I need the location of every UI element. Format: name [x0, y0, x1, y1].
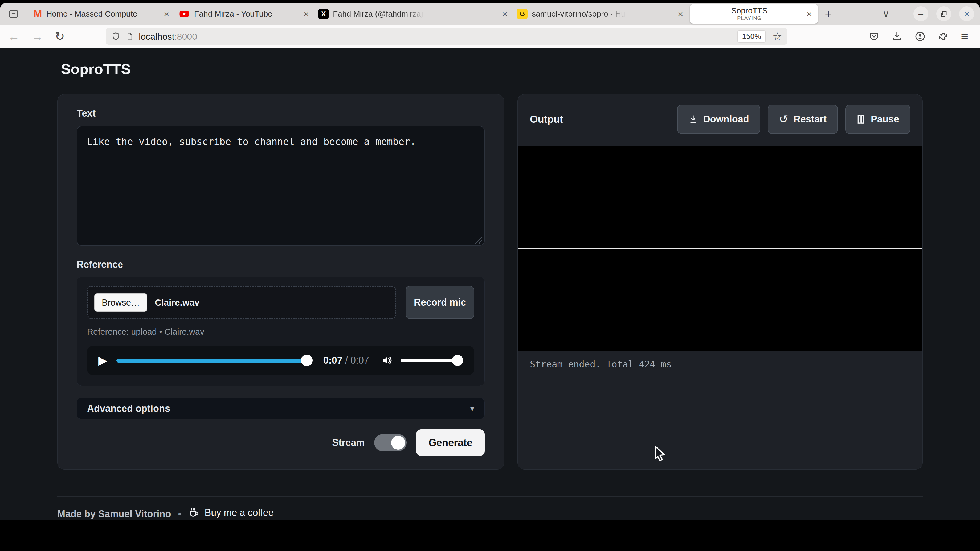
firefox-view-button[interactable] [6, 6, 21, 22]
hamburger-menu-icon[interactable]: ≡ [961, 30, 968, 43]
file-dropzone[interactable]: Browse… Claire.wav [87, 286, 396, 319]
stream-toggle[interactable] [374, 434, 407, 451]
tab-close-icon[interactable]: × [160, 9, 169, 18]
waveform-canvas [518, 146, 923, 351]
text-input[interactable]: Like the video, subscribe to channel and… [77, 126, 485, 246]
seek-slider[interactable] [116, 354, 313, 367]
page-title: SoproTTS [61, 48, 923, 77]
text-section-label: Text [77, 108, 485, 119]
x-icon: X [318, 9, 329, 19]
tab-label-group: SoproTTS PLAYING [696, 6, 803, 22]
firefox-view-icon [8, 8, 19, 20]
back-icon[interactable]: ← [8, 30, 20, 42]
soprotts-page: SoproTTS Text Like the video, subscribe … [0, 48, 980, 520]
play-icon[interactable]: ▶ [98, 354, 107, 366]
download-label: Download [703, 114, 749, 125]
tab-close-icon[interactable]: × [498, 9, 508, 18]
page-footer: Made by Samuel Vitorino • Buy me a coffe… [57, 496, 923, 520]
extensions-puzzle-icon[interactable] [938, 31, 948, 42]
tab-massed-compute[interactable]: M Home - Massed Compute × [29, 5, 174, 22]
massed-compute-icon: M [33, 9, 42, 19]
volume-thumb[interactable] [452, 355, 463, 366]
volume-slider[interactable] [401, 355, 463, 366]
input-card: Text Like the video, subscribe to channe… [57, 94, 504, 470]
time-display: 0:07 / 0:07 [323, 355, 369, 366]
new-tab-button[interactable]: + [825, 8, 832, 20]
tab-x-fahdmirza[interactable]: X Fahd Mirza (@fahdmirza) × [314, 5, 512, 22]
tab-close-icon[interactable]: × [674, 9, 683, 18]
zoom-level-badge[interactable]: 150% [737, 30, 765, 43]
account-icon[interactable] [915, 31, 926, 42]
tab-list-chevron-icon[interactable]: ∨ [883, 8, 889, 19]
navigation-toolbar: ← → ↻ localhost:8000 150% ☆ [0, 25, 980, 48]
restart-icon: ↺ [779, 114, 788, 125]
tab-close-icon[interactable]: × [300, 9, 309, 18]
restart-label: Restart [794, 114, 827, 125]
tab-playing-badge: PLAYING [737, 15, 762, 21]
tab-huggingface-sopro[interactable]: samuel-vitorino/sopro · Hu × [512, 5, 688, 22]
tab-separator [24, 8, 24, 19]
text-area-wrapper: Like the video, subscribe to channel and… [77, 126, 485, 247]
pause-button[interactable]: Pause [845, 105, 910, 134]
stream-toggle-knob [391, 436, 405, 449]
download-icon [688, 114, 698, 124]
huggingface-icon [517, 8, 528, 19]
shield-icon [111, 32, 121, 41]
tab-title: Fahd Mirza (@fahdmirza) [333, 9, 424, 18]
url-host: localhost [139, 32, 174, 41]
url-bar[interactable]: localhost:8000 150% ☆ [106, 28, 788, 45]
download-button[interactable]: Download [677, 105, 760, 134]
forward-icon[interactable]: → [32, 30, 43, 42]
tab-title: Fahd Mirza - YouTube [194, 9, 272, 18]
window-minimize-button[interactable]: – [913, 6, 928, 21]
advanced-options-label: Advanced options [87, 403, 170, 414]
output-header: Output Download ↺ Restart [518, 105, 923, 134]
page-content: SoproTTS Text Like the video, subscribe … [57, 48, 923, 520]
made-by-text: Made by Samuel Vitorino [57, 508, 171, 519]
pocket-icon[interactable] [869, 31, 879, 42]
maximize-icon [940, 10, 947, 17]
svg-text:X: X [321, 10, 326, 17]
audio-player: ▶ 0:07 / 0:07 [87, 346, 474, 375]
selected-filename: Claire.wav [155, 297, 199, 308]
tab-close-icon[interactable]: × [803, 9, 812, 18]
window-maximize-button[interactable] [936, 6, 951, 21]
tab-youtube[interactable]: Fahd Mirza - YouTube × [174, 5, 314, 22]
buy-me-a-coffee-link[interactable]: Buy me a coffee [188, 507, 274, 520]
coffee-cup-icon [188, 507, 200, 519]
generate-button[interactable]: Generate [416, 429, 485, 456]
reload-icon[interactable]: ↻ [55, 30, 65, 42]
seek-thumb[interactable] [301, 354, 313, 366]
reference-caption: Reference: upload • Claire.wav [87, 327, 474, 337]
reference-card: Browse… Claire.wav Record mic Reference:… [77, 276, 485, 386]
time-separator: / [342, 355, 350, 366]
total-time: 0:07 [350, 355, 369, 366]
buy-me-a-coffee-label: Buy me a coffee [205, 507, 274, 518]
output-buttons: Download ↺ Restart Pause [677, 105, 910, 134]
browse-button[interactable]: Browse… [94, 293, 147, 312]
advanced-options-toggle[interactable]: Advanced options ▾ [77, 398, 485, 419]
record-mic-label: Record mic [414, 297, 466, 308]
window-close-button[interactable]: × [959, 6, 974, 21]
pause-icon [856, 114, 865, 124]
downloads-icon[interactable] [892, 31, 902, 42]
generate-row: Stream Generate [77, 429, 485, 456]
url-text: localhost:8000 [139, 32, 197, 42]
record-mic-button[interactable]: Record mic [406, 286, 474, 319]
tab-soprotts-active[interactable]: SoproTTS PLAYING × [690, 4, 818, 24]
restart-button[interactable]: ↺ Restart [768, 105, 838, 134]
output-title: Output [530, 114, 563, 125]
chevron-down-icon: ▾ [470, 404, 474, 413]
pause-label: Pause [871, 114, 899, 125]
output-card: Output Download ↺ Restart [517, 94, 923, 470]
reference-section-label: Reference [77, 259, 485, 270]
speaker-icon[interactable] [381, 354, 393, 367]
generate-label: Generate [428, 437, 473, 449]
reference-upload-row: Browse… Claire.wav Record mic [87, 286, 474, 319]
page-info-icon[interactable] [126, 32, 134, 41]
waveform-flat-line [518, 248, 923, 249]
bookmark-star-icon[interactable]: ☆ [773, 30, 782, 43]
dot-separator: • [178, 509, 181, 519]
volume-fill [401, 359, 458, 362]
browser-window: M Home - Massed Compute × Fahd Mirza - Y… [0, 3, 980, 520]
